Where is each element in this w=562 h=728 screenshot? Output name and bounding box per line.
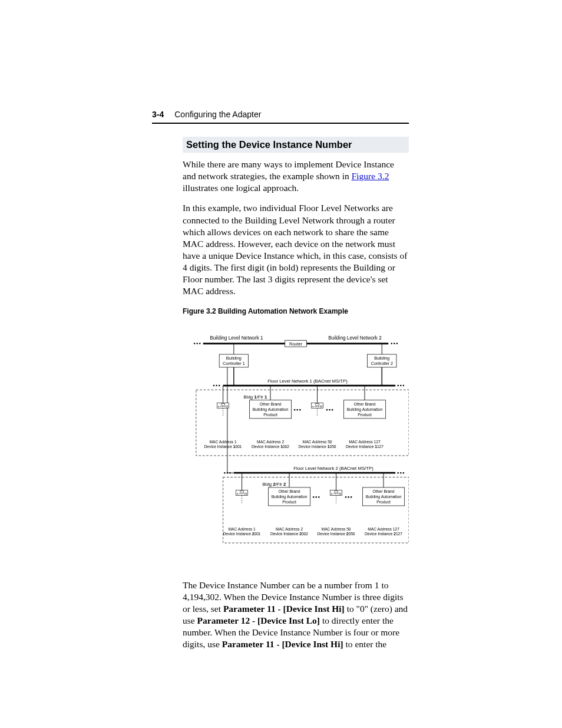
section-heading: Setting the Device Instance Number (183, 137, 409, 153)
svg-text:Controller 2: Controller 2 (371, 361, 393, 366)
mac-label: MAC Address 127 (349, 439, 381, 443)
param-ref: Parameter 11 - [Device Inst Hi] (222, 639, 343, 649)
device-instance-label: Device Instance 1050 (299, 444, 336, 449)
svg-text:Building Automation: Building Automation (253, 407, 289, 412)
device-instance-label: Device Instance 1001 (204, 444, 242, 449)
bldg-flr-2-label: Bldg 2/Flr 2 (263, 482, 286, 487)
other-brand-box: Other Brand Building Automation Product (343, 400, 385, 418)
device-instance-label: Device Instance 2127 (365, 532, 402, 536)
svg-text:Product: Product (282, 500, 296, 504)
text: illustrates one logical approach. (183, 183, 299, 193)
floor-network-2-label: Floor Level Network 2 (BACnet MS/TP) (293, 465, 373, 470)
network-diagram-svg: Building Level Network 1 Building Level … (183, 322, 409, 563)
bldg-flr-1-label: Bldg 1/Flr 1 (244, 394, 267, 400)
mac-label: MAC Address 127 (368, 527, 399, 531)
text: to enter the (343, 639, 387, 649)
mac-label: MAC Address 50 (303, 439, 332, 443)
building-level-network-2-label: Building Level Network 2 (328, 335, 382, 341)
paragraph-intro: While there are many ways to implement D… (183, 159, 409, 194)
device-instance-label: Device Instance 2050 (318, 532, 355, 536)
paragraph-instructions: The Device Instance Number can be a numb… (183, 579, 409, 651)
svg-text:Other Brand: Other Brand (259, 401, 281, 406)
mac-label: MAC Address 50 (322, 527, 351, 531)
floor-network-1-label: Floor Level Network 1 (BACnet MS/TP) (267, 378, 348, 383)
page-number: 3-4 (152, 110, 164, 119)
svg-text:Other Brand: Other Brand (372, 489, 394, 493)
figure-caption: Figure 3.2 Building Automation Network E… (183, 307, 409, 315)
body: Setting the Device Instance Number While… (183, 133, 409, 658)
chapter-title: Configuring the Adapter (174, 110, 261, 119)
other-brand-box: Other Brand Building Automation Product (249, 400, 291, 418)
page: 3-4 Configuring the Adapter Setting the … (0, 0, 562, 728)
mac-label: MAC Address 2 (257, 439, 285, 443)
mac-label: MAC Address 2 (276, 527, 303, 531)
mac-label: MAC Address 1 (209, 439, 237, 443)
param-ref: Parameter 12 - [Device Inst Lo] (197, 615, 320, 625)
building-level-network-1-label: Building Level Network 1 (210, 335, 263, 341)
device-instance-label: Device Instance 1002 (252, 444, 289, 449)
device-instance-label: Device Instance 2002 (270, 532, 308, 536)
svg-text:Product: Product (263, 413, 277, 417)
svg-text:Controller 1: Controller 1 (223, 361, 245, 366)
svg-text:Building Automation: Building Automation (272, 495, 308, 499)
svg-text:Building: Building (374, 355, 389, 361)
figure-link[interactable]: Figure 3.2 (352, 171, 389, 181)
svg-text:Product: Product (376, 500, 391, 504)
figure-diagram: Building Level Network 1 Building Level … (183, 322, 409, 563)
paragraph-example: In this example, two individual Floor Le… (183, 202, 409, 297)
mac-label: MAC Address 1 (228, 527, 256, 531)
svg-text:Building Automation: Building Automation (366, 495, 402, 499)
svg-text:Product: Product (358, 413, 372, 417)
router-label: Router (289, 341, 302, 346)
svg-text:Building: Building (226, 355, 242, 361)
building-controller-2: Building Controller 2 (368, 354, 396, 367)
svg-text:Other Brand: Other Brand (278, 489, 300, 493)
svg-text:Building Automation: Building Automation (347, 407, 383, 412)
svg-text:Other Brand: Other Brand (353, 401, 375, 406)
other-brand-box: Other Brand Building Automation Product (268, 487, 310, 505)
param-ref: Parameter 11 - [Device Inst Hi] (223, 604, 345, 614)
running-header: 3-4 Configuring the Adapter (152, 110, 409, 124)
device-instance-label: Device Instance 1127 (346, 444, 384, 449)
other-brand-box: Other Brand Building Automation Product (362, 487, 404, 505)
device-instance-label: Device Instance 2001 (223, 532, 261, 536)
building-controller-1: Building Controller 1 (219, 354, 248, 367)
